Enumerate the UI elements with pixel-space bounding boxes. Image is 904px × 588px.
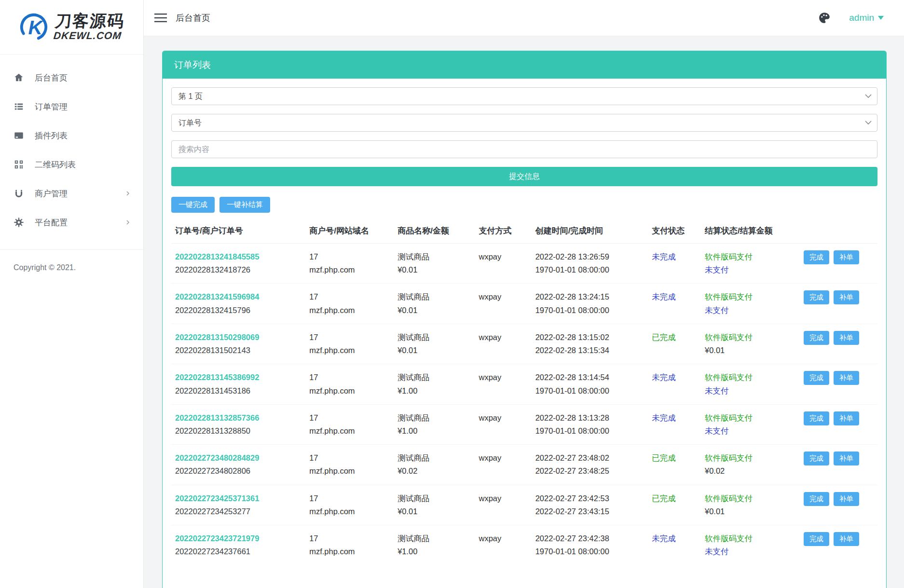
order-list-panel: 订单列表 第 1 页 订单号 bbox=[162, 51, 887, 588]
row-actions: 完成 补单 bbox=[804, 411, 874, 425]
sidebar-item-orders[interactable]: 订单管理 bbox=[0, 92, 143, 121]
caret-down-icon bbox=[878, 16, 884, 20]
sidebar-item-plugins[interactable]: 插件列表 bbox=[0, 121, 143, 150]
magnet-icon bbox=[14, 188, 24, 199]
col-header-order: 订单号/商户订单号 bbox=[171, 218, 305, 244]
order-number-link[interactable]: 2022022723425371361 bbox=[175, 494, 259, 503]
table-header-row: 订单号/商户订单号 商户号/网站域名 商品名称/金额 支付方式 创建时间/完成时… bbox=[171, 218, 877, 244]
order-number-link[interactable]: 2022022723423721979 bbox=[175, 534, 259, 543]
complete-button[interactable]: 完成 bbox=[804, 532, 829, 546]
list-icon bbox=[14, 101, 24, 112]
submit-button[interactable]: 提交信息 bbox=[171, 167, 877, 186]
pay-method: wxpay bbox=[479, 292, 502, 301]
breadcrumb: 后台首页 bbox=[176, 12, 210, 24]
order-number-link[interactable]: 2022022813132857366 bbox=[175, 413, 259, 422]
order-number-link[interactable]: 2022022813241596984 bbox=[175, 292, 259, 301]
pay-method: wxpay bbox=[479, 333, 502, 342]
reissue-button[interactable]: 补单 bbox=[834, 331, 859, 345]
complete-button[interactable]: 完成 bbox=[804, 411, 829, 425]
bulk-complete-button[interactable]: 一键完成 bbox=[171, 197, 215, 213]
sidebar-item-merchants[interactable]: 商户管理 bbox=[0, 179, 143, 208]
merchant-id: 17 bbox=[309, 290, 390, 303]
settle-value: 未支付 bbox=[705, 263, 796, 276]
reissue-button[interactable]: 补单 bbox=[834, 492, 859, 506]
topbar-right: admin bbox=[818, 12, 884, 24]
row-actions: 完成 补单 bbox=[804, 250, 874, 264]
merchant-order-number: 20220228132418726 bbox=[175, 263, 301, 276]
complete-button[interactable]: 完成 bbox=[804, 492, 829, 506]
merchant-order-number: 20220228131328850 bbox=[175, 424, 301, 438]
settle-method: 软件版码支付 bbox=[705, 371, 796, 384]
pay-status: 未完成 bbox=[652, 292, 676, 301]
sidebar-item-settings[interactable]: 平台配置 bbox=[0, 208, 143, 237]
product-amount: ¥0.01 bbox=[397, 304, 471, 317]
order-number-link[interactable]: 2022022723480284829 bbox=[175, 453, 259, 462]
sidebar-item-label: 平台配置 bbox=[35, 217, 125, 228]
pay-status: 未完成 bbox=[652, 534, 676, 543]
row-actions: 完成 补单 bbox=[804, 492, 874, 506]
order-number-link[interactable]: 2022022813241845585 bbox=[175, 252, 259, 261]
hamburger-menu-icon[interactable] bbox=[154, 13, 167, 23]
order-number-link[interactable]: 2022022813150298069 bbox=[175, 333, 259, 342]
search-input[interactable] bbox=[171, 140, 877, 158]
page-content: 订单列表 第 1 页 订单号 bbox=[144, 36, 904, 588]
website-domain: mzf.php.com bbox=[309, 304, 390, 317]
complete-button[interactable]: 完成 bbox=[804, 451, 829, 465]
settle-method: 软件版码支付 bbox=[705, 451, 796, 465]
merchant-order-number: 20220227234253277 bbox=[175, 505, 301, 518]
product-name: 测试商品 bbox=[397, 532, 471, 545]
brand-logo[interactable]: K 刀客源码 DKEWL.COM bbox=[0, 0, 143, 55]
app-root: K 刀客源码 DKEWL.COM 后台首页 订单管理 bbox=[0, 0, 904, 588]
row-actions: 完成 补单 bbox=[804, 451, 874, 465]
table-row: 2022022813241845585 20220228132418726 17… bbox=[171, 244, 877, 284]
order-number-link[interactable]: 2022022813145386992 bbox=[175, 373, 259, 382]
complete-button[interactable]: 完成 bbox=[804, 290, 829, 304]
reissue-button[interactable]: 补单 bbox=[834, 371, 859, 385]
website-domain: mzf.php.com bbox=[309, 384, 390, 397]
home-icon bbox=[14, 72, 24, 83]
page-select[interactable]: 第 1 页 bbox=[171, 87, 877, 105]
reissue-button[interactable]: 补单 bbox=[834, 290, 859, 304]
settle-method: 软件版码支付 bbox=[705, 331, 796, 344]
theme-palette-icon[interactable] bbox=[818, 12, 831, 24]
chevron-right-icon bbox=[125, 219, 131, 225]
sidebar-item-home[interactable]: 后台首页 bbox=[0, 63, 143, 92]
user-menu[interactable]: admin bbox=[849, 13, 884, 23]
merchant-order-number: 20220228132415796 bbox=[175, 304, 301, 317]
topbar: 后台首页 admin bbox=[144, 0, 904, 36]
settle-value: ¥0.01 bbox=[705, 344, 796, 357]
settle-method: 软件版码支付 bbox=[705, 250, 796, 263]
table-row: 2022022813150298069 20220228131502143 17… bbox=[171, 324, 877, 364]
website-domain: mzf.php.com bbox=[309, 263, 390, 276]
reissue-button[interactable]: 补单 bbox=[834, 451, 859, 465]
row-actions: 完成 补单 bbox=[804, 532, 874, 546]
complete-button[interactable]: 完成 bbox=[804, 371, 829, 385]
product-name: 测试商品 bbox=[397, 250, 471, 263]
complete-button[interactable]: 完成 bbox=[804, 331, 829, 345]
panel-title: 订单列表 bbox=[163, 51, 886, 79]
complete-button[interactable]: 完成 bbox=[804, 250, 829, 264]
search-field-select[interactable]: 订单号 bbox=[171, 114, 877, 132]
field-select-wrap: 订单号 bbox=[171, 114, 877, 132]
settle-value: ¥0.02 bbox=[705, 465, 796, 478]
product-name: 测试商品 bbox=[397, 451, 471, 465]
reissue-button[interactable]: 补单 bbox=[834, 411, 859, 425]
qrcode-icon bbox=[14, 159, 24, 170]
brand-text: 刀客源码 DKEWL.COM bbox=[53, 13, 125, 41]
sidebar-item-label: 后台首页 bbox=[35, 72, 131, 83]
sidebar-item-qrcodes[interactable]: 二维码列表 bbox=[0, 150, 143, 179]
reissue-button[interactable]: 补单 bbox=[834, 532, 859, 546]
completed-time: 2022-02-27 23:43:15 bbox=[535, 505, 644, 518]
product-amount: ¥1.00 bbox=[397, 384, 471, 397]
website-domain: mzf.php.com bbox=[309, 505, 390, 518]
username: admin bbox=[849, 13, 874, 23]
col-header-actions bbox=[800, 218, 877, 244]
merchant-order-number: 20220227234802806 bbox=[175, 465, 301, 478]
bulk-settle-button[interactable]: 一键补结算 bbox=[219, 197, 270, 213]
product-name: 测试商品 bbox=[397, 290, 471, 303]
completed-time: 1970-01-01 08:00:00 bbox=[535, 384, 644, 397]
merchant-order-number: 20220228131502143 bbox=[175, 344, 301, 357]
table-row: 2022022723480284829 20220227234802806 17… bbox=[171, 445, 877, 485]
settle-value: 未支付 bbox=[705, 424, 796, 438]
reissue-button[interactable]: 补单 bbox=[834, 250, 859, 264]
